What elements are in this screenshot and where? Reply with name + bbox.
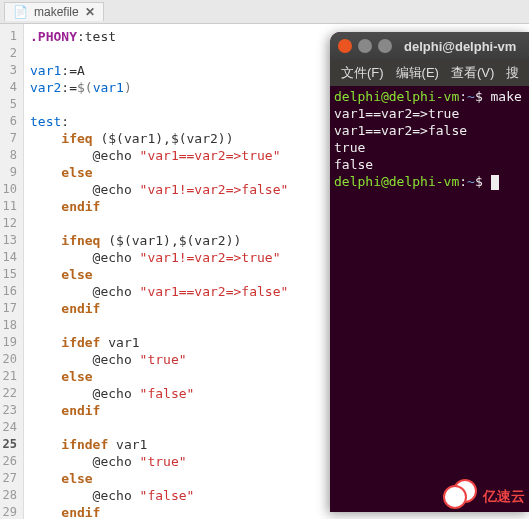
line-number: 19: [2, 334, 17, 351]
code-line[interactable]: endif: [30, 402, 288, 419]
terminal-title: delphi@delphi-vm: [404, 39, 516, 54]
watermark: 亿速云: [443, 479, 525, 515]
code-line[interactable]: @echo "true": [30, 453, 288, 470]
window-close-icon[interactable]: [338, 39, 352, 53]
line-number: 8: [2, 147, 17, 164]
code-line[interactable]: endif: [30, 300, 288, 317]
editor-tabs: 📄 makefile ✕: [0, 0, 529, 24]
line-number: 25: [2, 436, 17, 453]
line-number: 14: [2, 249, 17, 266]
menu-search[interactable]: 搜: [501, 62, 524, 84]
code-line[interactable]: ifdef var1: [30, 334, 288, 351]
code-line[interactable]: [30, 96, 288, 113]
line-number: 26: [2, 453, 17, 470]
terminal-output-line: true: [334, 139, 525, 156]
terminal-titlebar[interactable]: delphi@delphi-vm: [330, 32, 529, 60]
watermark-logo-icon: [443, 479, 479, 515]
line-number: 29: [2, 504, 17, 519]
code-line[interactable]: ifndef var1: [30, 436, 288, 453]
code-line[interactable]: [30, 215, 288, 232]
line-number: 11: [2, 198, 17, 215]
code-line[interactable]: else: [30, 164, 288, 181]
menu-view[interactable]: 查看(V): [446, 62, 499, 84]
code-line[interactable]: @echo "var1==var2=>true": [30, 147, 288, 164]
code-line[interactable]: else: [30, 368, 288, 385]
line-number: 15: [2, 266, 17, 283]
code-line[interactable]: @echo "var1==var2=>false": [30, 283, 288, 300]
code-line[interactable]: [30, 419, 288, 436]
code-line[interactable]: ifeq ($(var1),$(var2)): [30, 130, 288, 147]
watermark-text: 亿速云: [483, 488, 525, 506]
line-number: 5: [2, 96, 17, 113]
window-minimize-icon[interactable]: [358, 39, 372, 53]
terminal-window: delphi@delphi-vm 文件(F) 编辑(E) 查看(V) 搜 del…: [330, 32, 529, 512]
code-line[interactable]: endif: [30, 198, 288, 215]
code-line[interactable]: [30, 45, 288, 62]
code-line[interactable]: var1:=A: [30, 62, 288, 79]
line-number: 6: [2, 113, 17, 130]
menu-edit[interactable]: 编辑(E): [391, 62, 444, 84]
terminal-output-line: false: [334, 156, 525, 173]
window-maximize-icon[interactable]: [378, 39, 392, 53]
line-number: 1: [2, 28, 17, 45]
line-number: 21: [2, 368, 17, 385]
line-number: 16: [2, 283, 17, 300]
file-tab[interactable]: 📄 makefile ✕: [4, 2, 104, 21]
code-line[interactable]: var2:=$(var1): [30, 79, 288, 96]
code-line[interactable]: endif: [30, 504, 288, 519]
line-number: 18: [2, 317, 17, 334]
tab-filename: makefile: [34, 5, 79, 19]
code-line[interactable]: test:: [30, 113, 288, 130]
code-line[interactable]: [30, 317, 288, 334]
code-line[interactable]: .PHONY:test: [30, 28, 288, 45]
close-icon[interactable]: ✕: [85, 5, 95, 19]
code-line[interactable]: @echo "false": [30, 487, 288, 504]
menu-file[interactable]: 文件(F): [336, 62, 389, 84]
line-number: 3: [2, 62, 17, 79]
line-number: 23: [2, 402, 17, 419]
terminal-line: delphi@delphi-vm:~$ make: [334, 88, 525, 105]
terminal-output-line: var1==var2=>true: [334, 105, 525, 122]
line-number: 27: [2, 470, 17, 487]
code-line[interactable]: else: [30, 470, 288, 487]
line-number: 4: [2, 79, 17, 96]
code-content[interactable]: .PHONY:test var1:=Avar2:=$(var1) test: i…: [24, 24, 294, 519]
code-line[interactable]: @echo "true": [30, 351, 288, 368]
line-number: 2: [2, 45, 17, 62]
line-number: 28: [2, 487, 17, 504]
line-number: 13: [2, 232, 17, 249]
line-number: 17: [2, 300, 17, 317]
line-number: 24: [2, 419, 17, 436]
file-icon: 📄: [13, 5, 28, 19]
code-line[interactable]: else: [30, 266, 288, 283]
line-number: 22: [2, 385, 17, 402]
line-number: 12: [2, 215, 17, 232]
line-number-gutter: 1234567891011121314151617181920212223242…: [0, 24, 24, 519]
terminal-output-line: var1==var2=>false: [334, 122, 525, 139]
line-number: 10: [2, 181, 17, 198]
code-line[interactable]: @echo "false": [30, 385, 288, 402]
terminal-line: delphi@delphi-vm:~$: [334, 173, 525, 190]
code-line[interactable]: @echo "var1!=var2=>false": [30, 181, 288, 198]
terminal-menubar: 文件(F) 编辑(E) 查看(V) 搜: [330, 60, 529, 86]
cursor-icon: [491, 175, 499, 190]
line-number: 9: [2, 164, 17, 181]
code-line[interactable]: @echo "var1!=var2=>true": [30, 249, 288, 266]
terminal-body[interactable]: delphi@delphi-vm:~$ makevar1==var2=>true…: [330, 86, 529, 192]
line-number: 7: [2, 130, 17, 147]
line-number: 20: [2, 351, 17, 368]
code-line[interactable]: ifneq ($(var1),$(var2)): [30, 232, 288, 249]
